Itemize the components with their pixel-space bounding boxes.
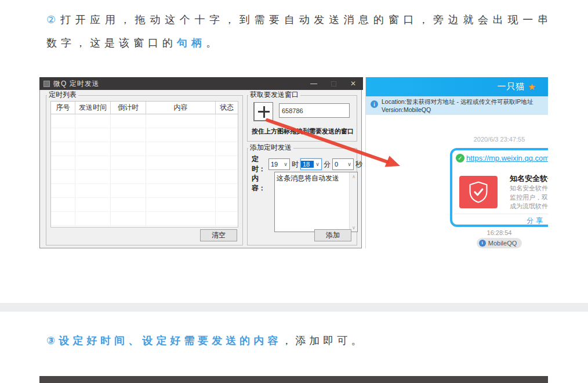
second-value: 0: [333, 161, 346, 168]
qq-header: 一只猫 ★: [366, 77, 548, 96]
hour-select[interactable]: 19 ∨: [268, 158, 290, 170]
minimize-button[interactable]: —: [304, 77, 324, 90]
col-header-status: 状态: [216, 102, 238, 114]
table-row: [51, 198, 238, 212]
table-row: [51, 184, 238, 198]
maximize-button[interactable]: [324, 77, 343, 90]
crosshair-drag-button[interactable]: [253, 102, 273, 121]
second-unit-label: 秒: [355, 160, 362, 169]
mobileqq-badge: i MobileQQ: [477, 238, 522, 248]
maximize-icon: [331, 81, 336, 86]
table-row: [51, 156, 238, 170]
chevron-down-icon: ∨: [346, 161, 353, 167]
description-line: 成为流氓软件的狂: [510, 202, 548, 211]
info-icon: i: [371, 100, 378, 108]
clear-button[interactable]: 清空: [200, 229, 237, 241]
message-text: 这条消息将自动发送: [277, 174, 339, 182]
app-body: 定时列表 序号 发送时间 倒计时 内容 状态: [40, 90, 361, 247]
minute-value: 18: [301, 161, 314, 168]
hour-value: 19: [269, 161, 282, 168]
shared-link-bubble[interactable]: ✓ https://mp.weixin.qq.com/s/ 知名安全软件要 知名…: [450, 148, 548, 227]
version-info-text: Version:MobileQQ: [382, 106, 533, 114]
safe-link-shield-icon: ✓: [456, 154, 464, 162]
weiq-app-window: 微Q 定时发送 — ✕ 定时列表 序号 发送时间 倒计时 内容 状态: [39, 77, 362, 248]
step2-number: ②: [46, 14, 60, 26]
description-line: 知名安全软件要流: [510, 184, 548, 193]
chevron-down-icon: ∨: [314, 161, 321, 167]
second-select[interactable]: 0 ∨: [332, 158, 354, 170]
capture-hint-text: 按住上方图标拖拽到需要发送的窗口: [248, 127, 358, 136]
schedule-table[interactable]: 序号 发送时间 倒计时 内容 状态: [50, 101, 238, 227]
message-textarea[interactable]: 这条消息将自动发送 ∧ ∨: [274, 172, 358, 232]
section-divider: [0, 303, 588, 312]
share-link[interactable]: 分享 收藏: [527, 216, 548, 226]
table-row: [51, 212, 238, 226]
step3-tail: ，添加即可。: [281, 335, 365, 346]
app-titlebar: 微Q 定时发送 — ✕: [39, 77, 363, 90]
article-title: 知名安全软件要: [510, 174, 548, 184]
chevron-down-icon: ∨: [282, 161, 289, 167]
weixin-article-link[interactable]: https://mp.weixin.qq.com/s/: [466, 154, 548, 162]
qq-contact-name: 一只猫: [498, 81, 525, 92]
step2-tail: 。: [206, 37, 220, 49]
badge-row: i MobileQQ: [450, 236, 548, 248]
step3-paragraph: ③设定好时间、设定好需要发送的内容，添加即可。: [46, 332, 552, 349]
table-row: [51, 114, 238, 128]
col-header-countdown: 倒计时: [111, 102, 146, 114]
scroll-up-icon[interactable]: ∧: [350, 172, 358, 180]
minimize-icon: —: [310, 80, 317, 88]
close-button[interactable]: ✕: [343, 77, 363, 90]
app-icon: [43, 81, 50, 87]
table-row: [51, 128, 238, 142]
shield-check-icon: [466, 179, 491, 205]
capture-group-label: 获取要发送窗口: [248, 90, 300, 100]
window-handle-field[interactable]: 658786: [279, 103, 350, 118]
message-date-stamp: 2020/6/3 23:47:55: [450, 136, 548, 143]
minute-select[interactable]: 18 ∨: [300, 158, 322, 170]
app-title: 微Q 定时发送: [53, 79, 100, 89]
message-time-stamp: 16:28:54: [450, 229, 548, 236]
step2-keyword-link[interactable]: 句柄: [177, 37, 206, 49]
time-picker-row: 定时： 19 ∨ 时 18 ∨ 分 0 ∨ 秒: [252, 154, 362, 174]
schedule-group-box: 定时： 19 ∨ 时 18 ∨ 分 0 ∨ 秒: [247, 148, 357, 245]
qq-chat-window: 一只猫 ★ i Location:暂未获得对方地址 - 远程或传文件可获取IP地…: [365, 77, 548, 248]
step3-bold-text: 设定好时间、设定好需要发送的内容: [59, 335, 281, 346]
next-screenshot-top-edge: [39, 376, 548, 383]
info-icon: i: [479, 240, 486, 247]
bubble-divider: [454, 214, 548, 214]
add-button[interactable]: 添加: [314, 229, 351, 241]
step2-paragraph: ②打开应用，拖动这个十字，到需要自动发送消息的窗口，旁边就会出现一串数字，这是该…: [46, 8, 552, 55]
hour-unit-label: 时: [292, 160, 299, 169]
link-row: ✓ https://mp.weixin.qq.com/s/: [456, 154, 548, 162]
description-line: 监控用户，双十一: [510, 193, 548, 203]
textarea-scrollbar[interactable]: ∧ ∨: [349, 172, 357, 232]
step3-number: ③: [46, 335, 59, 346]
schedule-group-label: 添加定时发送: [248, 143, 293, 153]
minute-unit-label: 分: [324, 160, 331, 169]
table-row: [51, 142, 238, 156]
article-thumbnail: [459, 176, 498, 208]
col-header-sendtime: 发送时间: [75, 102, 111, 114]
list-group-box: 序号 发送时间 倒计时 内容 状态 清空: [46, 95, 243, 245]
capture-group-box: 658786 按住上方图标拖拽到需要发送的窗口: [247, 95, 357, 142]
badge-label: MobileQQ: [488, 240, 517, 247]
star-badge-icon: ★: [528, 82, 536, 92]
list-group-label: 定时列表: [47, 90, 78, 100]
crosshair-icon: [263, 106, 265, 118]
qq-info-bar: i Location:暂未获得对方地址 - 远程或传文件可获取IP地址 Vers…: [366, 96, 548, 115]
time-label: 定时：: [252, 154, 266, 174]
col-header-index: 序号: [51, 102, 75, 114]
content-label: 内容：: [252, 174, 266, 193]
step2-text: 打开应用，拖动这个十字，到需要自动发送消息的窗口，旁边就会出现一串数字，这是该窗…: [46, 14, 552, 49]
location-info-text: Location:暂未获得对方地址 - 远程或传文件可获取IP地址: [382, 98, 533, 106]
window-controls: — ✕: [304, 77, 363, 90]
close-icon: ✕: [350, 80, 356, 88]
col-header-content: 内容: [146, 102, 216, 114]
article-page: ②打开应用，拖动这个十字，到需要自动发送消息的窗口，旁边就会出现一串数字，这是该…: [0, 0, 588, 383]
article-description: 知名安全软件要流 监控用户，双十一 成为流氓软件的狂: [510, 184, 548, 211]
table-row: [51, 170, 238, 184]
table-header-row: 序号 发送时间 倒计时 内容 状态: [51, 102, 238, 114]
